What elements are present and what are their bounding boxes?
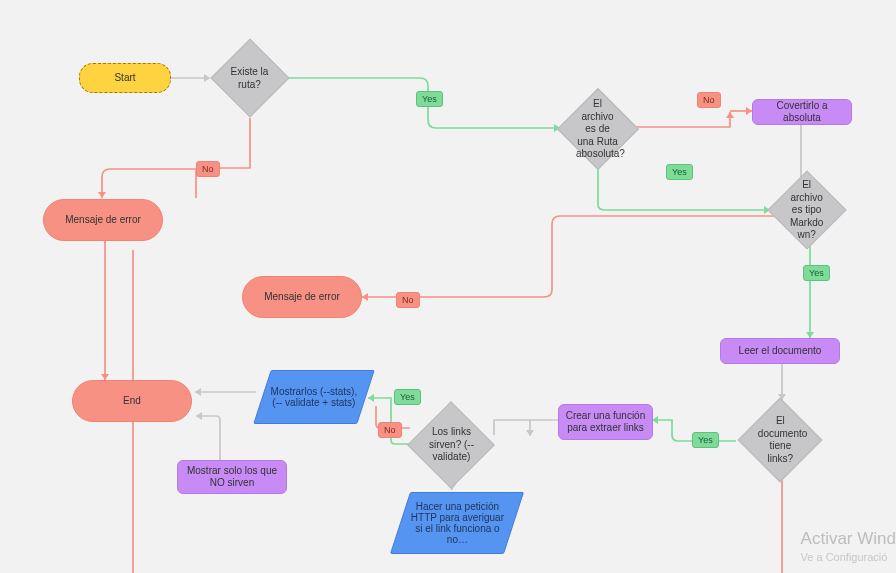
decision-label: El archivo es tipo Markdo wn? xyxy=(786,179,827,242)
decision-label: Los links sirven? (--validate) xyxy=(428,426,475,464)
tag-no: No xyxy=(697,92,721,108)
svg-marker-14 xyxy=(196,412,202,420)
process-label: Mostrar solo los que NO sirven xyxy=(182,465,282,490)
process-label: Leer el documento xyxy=(739,345,822,358)
activate-windows-watermark: Activar Wind Ve a Configuració xyxy=(801,529,896,563)
watermark-subtitle: Ve a Configuració xyxy=(801,551,896,563)
decision-tiene-links[interactable]: El documento tiene links? xyxy=(738,398,823,483)
svg-marker-6 xyxy=(362,293,368,301)
tag-no: No xyxy=(196,161,220,177)
tag-no: No xyxy=(396,292,420,308)
io-label: Hacer una petición HTTP para averiguar s… xyxy=(407,501,508,545)
process-leer-documento[interactable]: Leer el documento xyxy=(720,338,840,364)
terminal-error-2[interactable]: Mensaje de error xyxy=(242,276,362,318)
process-convertir-absoluta[interactable]: Covertirlo a absoluta xyxy=(752,99,852,125)
tag-yes: Yes xyxy=(666,164,693,180)
decision-ruta-absoluta[interactable]: El archivo es de una Ruta abosoluta? xyxy=(557,88,639,170)
terminal-label: End xyxy=(123,395,141,408)
terminal-label: Mensaje de error xyxy=(65,214,141,227)
decision-label: Existe la ruta? xyxy=(229,65,270,90)
decision-tipo-markdown[interactable]: El archivo es tipo Markdo wn? xyxy=(767,170,846,249)
svg-marker-2 xyxy=(98,192,106,198)
decision-label: El documento tiene links? xyxy=(758,415,803,465)
process-label: Crear una función para extraer links xyxy=(563,410,648,435)
decision-existe-ruta[interactable]: Existe la ruta? xyxy=(210,38,289,117)
flowchart-canvas: Start Existe la ruta? El archivo es de u… xyxy=(0,0,896,573)
decision-label: El archivo es de una Ruta abosoluta? xyxy=(576,98,619,161)
process-crear-funcion[interactable]: Crear una función para extraer links xyxy=(558,404,653,440)
io-label: Mostrarlos (--stats),(-- validate + stat… xyxy=(268,386,360,408)
terminal-label: Mensaje de error xyxy=(264,291,340,304)
tag-yes: Yes xyxy=(394,389,421,405)
svg-marker-10 xyxy=(526,430,534,436)
start-label: Start xyxy=(114,72,135,85)
watermark-title: Activar Wind xyxy=(801,529,896,549)
terminal-end[interactable]: End xyxy=(72,380,192,422)
tag-no: No xyxy=(378,422,402,438)
svg-marker-12 xyxy=(368,394,374,402)
io-hacer-peticion[interactable]: Hacer una petición HTTP para averiguar s… xyxy=(390,492,524,554)
svg-marker-13 xyxy=(195,388,201,396)
process-mostrar-no-sirven[interactable]: Mostrar solo los que NO sirven xyxy=(177,460,287,494)
svg-marker-3 xyxy=(726,112,734,118)
process-label: Covertirlo a absoluta xyxy=(757,100,847,125)
terminal-error-1[interactable]: Mensaje de error xyxy=(43,199,163,241)
tag-yes: Yes xyxy=(803,265,830,281)
start-node[interactable]: Start xyxy=(79,63,171,93)
decision-links-sirven[interactable]: Los links sirven? (--validate) xyxy=(407,401,495,489)
io-mostrarlos[interactable]: Mostrarlos (--stats),(-- validate + stat… xyxy=(253,370,375,424)
tag-yes: Yes xyxy=(416,91,443,107)
tag-yes: Yes xyxy=(692,432,719,448)
svg-marker-0 xyxy=(204,74,210,82)
